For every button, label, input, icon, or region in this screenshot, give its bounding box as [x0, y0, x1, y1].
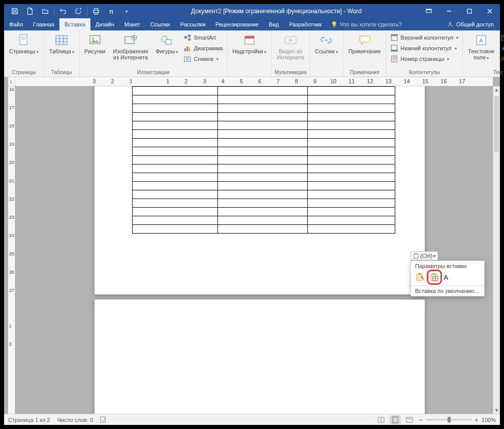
scroll-thumb[interactable] [494, 96, 499, 152]
zoom-level[interactable]: 100% [482, 417, 496, 423]
smartart-button[interactable]: SmartArt [181, 32, 225, 43]
read-mode-icon[interactable] [375, 415, 387, 424]
redo-icon[interactable] [71, 4, 86, 18]
comment-button[interactable]: Примечание [345, 31, 384, 54]
tab-file[interactable]: Файл [4, 18, 28, 30]
tab-view[interactable]: Вид [264, 18, 284, 30]
tell-me-search[interactable]: 💡 Что вы хотите сделать? [331, 18, 402, 30]
table-cell[interactable] [218, 182, 308, 190]
close-button[interactable] [480, 4, 500, 18]
table-cell[interactable] [308, 130, 395, 139]
table-cell[interactable] [133, 87, 218, 95]
scroll-down-icon[interactable]: ▼ [493, 407, 500, 414]
table-cell[interactable] [308, 216, 395, 225]
table-cell[interactable] [133, 147, 218, 156]
table-button[interactable]: Таблица [46, 31, 77, 55]
footer-button[interactable]: Нижний колонтитул [388, 43, 460, 53]
proofing-icon[interactable] [100, 416, 107, 424]
table-cell[interactable] [218, 225, 308, 234]
pages-button[interactable]: Страницы [6, 31, 42, 55]
wordart-button[interactable]: A [498, 43, 504, 53]
table-cell[interactable] [308, 190, 395, 199]
paste-text-only-icon[interactable]: A [444, 274, 448, 281]
tab-home[interactable]: Главная [28, 18, 59, 30]
table-cell[interactable] [308, 121, 395, 130]
table-cell[interactable] [308, 87, 395, 95]
minimize-button[interactable] [439, 4, 459, 18]
table-cell[interactable] [218, 216, 308, 225]
table-cell[interactable] [133, 156, 218, 164]
collapse-ribbon-icon[interactable]: ˄ [494, 69, 497, 75]
table-cell[interactable] [308, 95, 395, 104]
pagenum-button[interactable]: #Номер страницы [388, 54, 460, 64]
table-cell[interactable] [308, 164, 395, 173]
table-cell[interactable] [308, 199, 395, 208]
table-cell[interactable] [218, 190, 308, 199]
table-cell[interactable] [308, 139, 395, 147]
online-pictures-button[interactable]: Изображения из Интернета [109, 31, 152, 60]
table-cell[interactable] [218, 87, 308, 95]
maximize-button[interactable] [459, 4, 480, 18]
scroll-up-icon[interactable]: ▲ [493, 86, 500, 93]
dropcap-button[interactable]: A≡ [498, 54, 504, 64]
table-cell[interactable] [218, 199, 308, 208]
print-icon[interactable] [88, 4, 104, 18]
tab-layout[interactable]: Макет [119, 18, 145, 30]
shapes-button[interactable]: Фигуры [153, 31, 180, 55]
table-cell[interactable] [218, 139, 308, 147]
tab-review[interactable]: Рецензирование [210, 18, 264, 30]
tab-insert[interactable]: Вставка [59, 18, 90, 30]
addins-button[interactable]: Надстройки [230, 31, 269, 55]
table-cell[interactable] [308, 104, 395, 113]
table-cell[interactable] [133, 199, 218, 208]
paste-keep-source-icon[interactable] [414, 271, 426, 283]
page-indicator[interactable]: Страница 1 из 2 [8, 417, 50, 423]
table-cell[interactable] [308, 208, 395, 216]
paste-options-button[interactable]: (Ctrl)▾ [411, 251, 438, 260]
ribbon-options-icon[interactable] [419, 4, 439, 18]
table-cell[interactable] [133, 130, 218, 139]
tab-references[interactable]: Ссылки [145, 18, 175, 30]
vertical-scrollbar[interactable]: ▲ ▼ [493, 86, 500, 414]
table-cell[interactable] [218, 113, 308, 121]
save-icon[interactable] [7, 4, 22, 18]
table-cell[interactable] [218, 121, 308, 130]
table-cell[interactable] [218, 208, 308, 216]
tab-mailings[interactable]: Рассылки [175, 18, 210, 30]
links-button[interactable]: Ссылки [312, 31, 341, 55]
quickparts-button[interactable] [498, 32, 504, 43]
new-doc-icon[interactable] [22, 4, 38, 18]
pictures-button[interactable]: Рисунки [82, 31, 108, 54]
table-cell[interactable] [308, 173, 395, 182]
table-cell[interactable] [133, 225, 218, 234]
document-table[interactable] [132, 86, 395, 234]
tab-developer[interactable]: Разработчик [284, 18, 327, 30]
table-cell[interactable] [133, 208, 218, 216]
ruler-vertical[interactable]: 16171819202122232425262712 [8, 86, 15, 414]
table-cell[interactable] [308, 113, 395, 121]
screenshot-button[interactable]: Снимок [181, 54, 225, 64]
ruler-horizontal[interactable]: 3211234567891011121314151617 [15, 77, 493, 86]
table-cell[interactable] [308, 225, 395, 234]
document-area[interactable]: (Ctrl)▾ Параметры вставки: A Вставка по … [15, 86, 493, 414]
print-layout-icon[interactable] [390, 415, 401, 424]
share-button[interactable]: Общий доступ [441, 18, 500, 30]
table-cell[interactable] [218, 95, 308, 104]
paste-default-link[interactable]: Вставка по умолчанию... [411, 285, 484, 296]
table-cell[interactable] [133, 95, 218, 104]
zoom-in-icon[interactable]: + [475, 416, 479, 424]
table-cell[interactable] [308, 147, 395, 156]
table-cell[interactable] [133, 182, 218, 190]
header-button[interactable]: Верхний колонтитул [388, 32, 460, 43]
word-count[interactable]: Число слов: 0 [57, 417, 93, 423]
open-icon[interactable] [38, 4, 53, 18]
table-cell[interactable] [133, 216, 218, 225]
table-cell[interactable] [218, 164, 308, 173]
table-cell[interactable] [218, 104, 308, 113]
table-cell[interactable] [133, 164, 218, 173]
table-cell[interactable] [218, 147, 308, 156]
table-cell[interactable] [218, 130, 308, 139]
table-cell[interactable] [218, 156, 308, 164]
textbox-button[interactable]: AТекстовое поле [465, 31, 497, 61]
table-cell[interactable] [133, 104, 218, 113]
